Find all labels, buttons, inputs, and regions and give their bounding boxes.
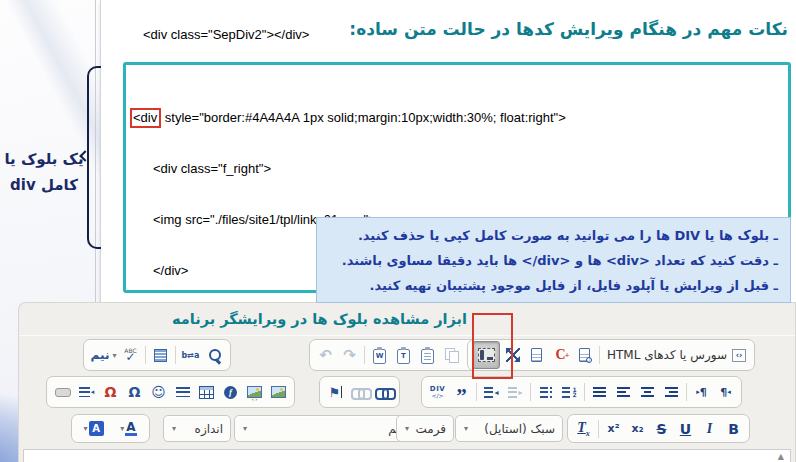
indent-button[interactable]: ◂ — [480, 379, 503, 405]
div-container-button[interactable]: DIV</> — [426, 379, 449, 405]
strikethrough-button[interactable]: S — [650, 416, 673, 442]
subscript-button[interactable]: x₂ — [626, 416, 649, 442]
table-button[interactable] — [195, 379, 218, 405]
horizontal-rule-button[interactable] — [171, 379, 194, 405]
toolbar-row-2: ◂ Ω Ω ☺ f ‹ › ⚑ DIV</> ” ◂ ▸ 12 — [19, 376, 795, 410]
undo-button[interactable]: ↶ — [314, 342, 337, 368]
toolbar-group-insert: ◂ Ω Ω ☺ f ‹ › — [46, 376, 295, 408]
code-line-sepdiv-top: <div class="SepDiv2"></div> — [143, 27, 309, 42]
text-field-button[interactable] — [51, 379, 74, 405]
paste-from-word-button[interactable]: W — [368, 342, 391, 368]
select-all-button[interactable] — [149, 342, 172, 368]
bold-button[interactable]: B — [722, 416, 745, 442]
toolbar-separator — [364, 346, 365, 364]
toolbar-group-basicstyles: Tx x² x₂ S U I B — [567, 414, 750, 443]
rtl-direction-button[interactable]: ¶◂ — [714, 379, 737, 405]
code-line: <div class="f_right"> — [130, 158, 730, 179]
new-page-button[interactable]: C+ — [549, 342, 572, 368]
redo-button[interactable]: ↷ — [338, 342, 361, 368]
justify-block-button[interactable] — [588, 379, 611, 405]
superscript-button[interactable]: x² — [602, 416, 625, 442]
paste-as-text-button[interactable]: T — [392, 342, 415, 368]
bg-color-button[interactable]: ▾A — [76, 416, 110, 442]
numbered-list-button[interactable]: 12 — [558, 379, 581, 405]
image-icon — [271, 386, 286, 398]
notes-callout: ـ بلوک ها یا DIV ها را می توانید به صورت… — [316, 217, 791, 303]
select-all-icon — [154, 349, 167, 362]
copy-icon — [445, 348, 459, 362]
toolbar-group-clipboard: ↶ ↷ W T ✂ — [309, 339, 492, 371]
flash-button[interactable]: f — [219, 379, 242, 405]
paste-button[interactable] — [416, 342, 439, 368]
italic-button[interactable]: I — [698, 416, 721, 442]
editor-toolbar-panel: ابزار مشاهده بلوک ها در ویرایشگر برنامه … — [18, 302, 796, 462]
align-left-button[interactable] — [612, 379, 635, 405]
align-right-button[interactable] — [660, 379, 683, 405]
remove-format-button[interactable]: Tx — [572, 416, 595, 442]
ltr-direction-icon: ▸¶ — [696, 386, 707, 399]
spell-check-icon: ABC✓ — [124, 348, 136, 363]
show-blocks-annotation-box — [472, 313, 513, 379]
source-button[interactable]: ‹›سورس یا کدهای HTML — [603, 342, 750, 368]
underline-button[interactable]: U — [674, 416, 697, 442]
search-button[interactable] — [203, 342, 226, 368]
text-color-button[interactable]: ▾A — [111, 416, 145, 442]
note-line: ـ دقت کنید که تعداد ‎<div>‎ ها و ‎</div>… — [325, 248, 778, 273]
templates-button[interactable] — [525, 342, 548, 368]
toolbar-group-links: ⚑ — [319, 376, 400, 408]
link-icon — [375, 388, 392, 397]
style-select[interactable]: سبک (استایل)▾ — [455, 415, 563, 442]
replace-button[interactable]: b⇄a — [179, 342, 202, 368]
preview-button[interactable] — [573, 342, 596, 368]
toolbar-group-paragraph: DIV</> ” ◂ ▸ 12 ▸¶ ¶◂ — [421, 376, 742, 408]
search-icon — [207, 348, 222, 363]
source-code-icon: ‹› — [732, 349, 746, 362]
align-left-icon — [617, 387, 630, 397]
symbol-button[interactable]: Ω — [123, 379, 146, 405]
toolbar-separator — [584, 383, 585, 401]
unlink-button[interactable] — [348, 379, 371, 405]
spell-check-button[interactable]: ABC✓ — [119, 342, 142, 368]
font-size-select[interactable]: اندازه▾ — [163, 415, 231, 442]
unlink-icon — [351, 388, 368, 397]
scrollbar-up-arrow[interactable]: ▲ — [778, 452, 784, 461]
image-button[interactable] — [267, 379, 290, 405]
div-container-icon: DIV</> — [430, 386, 445, 399]
annotation-brace — [87, 66, 101, 249]
italic-icon: I — [707, 421, 712, 437]
subscript-icon: x₂ — [632, 422, 644, 435]
new-page-icon: C+ — [555, 347, 565, 363]
anchor-button[interactable]: ⚑ — [324, 379, 347, 405]
toolbar-separator — [476, 383, 477, 401]
blockquote-button[interactable]: ” — [450, 379, 473, 405]
toolbar-row-3: ▾A ▾A اندازه▾ قلم▾ فرمت▾ سبک (استایل)▾ T… — [19, 414, 795, 445]
ltr-direction-button[interactable]: ▸¶ — [690, 379, 713, 405]
chevron-down-icon: ▾ — [464, 424, 468, 433]
align-center-button[interactable] — [636, 379, 659, 405]
page-break-icon: ◂ — [79, 387, 95, 397]
toolbar-group-editing: نیم▾ ABC✓ b⇄a — [83, 339, 231, 371]
page-break-button[interactable]: ◂ — [75, 379, 98, 405]
chevron-down-icon: ▾ — [83, 424, 87, 433]
copy-button[interactable] — [440, 342, 463, 368]
half-space-button[interactable]: نیم▾ — [88, 342, 118, 368]
bullet-list-button[interactable] — [534, 379, 557, 405]
undo-icon: ↶ — [319, 346, 332, 364]
media-button[interactable]: ‹ › — [243, 379, 266, 405]
paragraph-format-select[interactable]: فرمت▾ — [396, 415, 454, 442]
toolbar-separator — [530, 383, 531, 401]
editor-content-area[interactable]: ▲ — [23, 449, 791, 462]
smiley-button[interactable]: ☺ — [147, 379, 170, 405]
style-label: سبک (استایل) — [484, 422, 555, 436]
link-button[interactable] — [372, 379, 395, 405]
numbered-list-icon: 12 — [562, 387, 576, 398]
align-center-icon — [641, 387, 654, 397]
toolbar-row-1: نیم▾ ABC✓ b⇄a ↶ ↷ W T ✂ C+ ‹›سورس یا کده… — [19, 339, 795, 373]
outdent-button[interactable]: ▸ — [504, 379, 527, 405]
text-color-icon: A — [125, 422, 136, 436]
special-char-button[interactable]: Ω — [99, 379, 122, 405]
underline-icon: U — [680, 421, 691, 437]
brace-label-line1: یک بلوک یا — [4, 146, 84, 172]
font-family-select[interactable]: قلم▾ — [234, 415, 414, 442]
toolbar-group-colors: ▾A ▾A — [71, 414, 150, 443]
